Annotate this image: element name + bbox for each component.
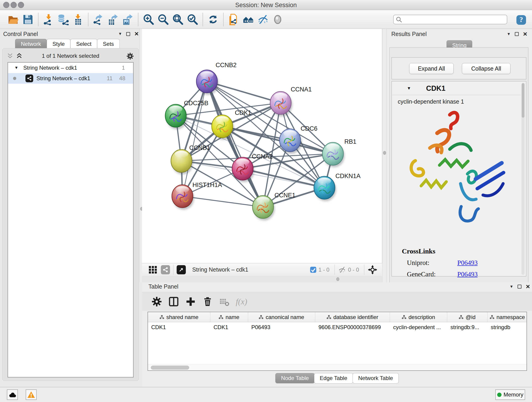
column-label: database identifier [333,314,378,320]
table-header-row: shared namenamecanonical namedatabase id… [148,312,526,322]
tab-sets[interactable]: Sets [97,39,120,49]
column-header-id[interactable]: @id [447,312,488,322]
open-folder-icon [7,14,19,25]
search-input[interactable] [393,15,507,24]
edge-count: 48 [119,75,125,82]
export-image-button[interactable] [121,13,134,26]
first-neighbors-button[interactable] [242,13,255,26]
tab-network-table[interactable]: Network Table [353,373,399,383]
panel-menu-icon[interactable]: ▼ [507,32,511,36]
table-cell[interactable]: stringdb [488,324,527,331]
network-collection-row[interactable]: ▼ String Network – cdk1 1 [8,63,133,73]
tab-style[interactable]: Style [47,39,70,49]
column-header-namespace[interactable]: namespace [488,312,527,322]
node-count: 11 [107,75,113,82]
gear-icon[interactable] [126,52,134,60]
show-all-button[interactable] [271,13,284,26]
horizontal-splitter[interactable] [142,276,382,282]
pan-crosshair-icon[interactable] [367,265,378,275]
open-in-window-icon[interactable] [177,265,186,274]
panel-close-icon[interactable]: ✕ [523,31,527,37]
expand-all-button[interactable]: Expand All [409,63,454,74]
gene-section-header[interactable]: ▼ CDK1 [392,82,520,95]
zoom-out-button[interactable] [157,13,170,26]
node-label: CCNA2 [252,153,273,160]
show-columns-button[interactable] [167,295,181,308]
node-hist1h1a[interactable]: HIST1H1A [172,182,222,210]
zoom-selected-button[interactable] [186,13,199,26]
column-label: name [225,314,239,320]
table-hscrollbar[interactable] [148,364,526,370]
column-header-database-identifier[interactable]: database identifier [315,312,390,322]
open-session-button[interactable] [7,13,20,26]
column-header-canonical-name[interactable]: canonical name [248,312,315,322]
edge-CCNB2-HIST1H1A[interactable] [182,81,207,196]
export-table-button[interactable] [107,13,120,26]
table-cell[interactable]: CDK1 [148,324,210,331]
panel-float-icon[interactable] [518,285,521,288]
add-column-button[interactable] [184,295,197,308]
panel-float-icon[interactable] [126,32,130,36]
table-row[interactable]: CDK1CDK1P064939606.ENSP00000378699cyclin… [148,322,526,332]
table-cell[interactable]: P06493 [248,324,315,331]
zoom-in-button[interactable] [142,13,155,26]
collapse-all-button[interactable]: Collapse All [462,63,510,74]
table-cell[interactable]: CDK1 [210,324,248,331]
section-expander-icon[interactable]: ▼ [407,86,411,91]
export-network-button[interactable] [92,13,105,26]
results-scrollbar[interactable] [521,83,525,275]
tab-node-table[interactable]: Node Table [275,373,315,383]
node-cdkn1a[interactable]: CDKN1A [314,172,361,201]
panel-float-icon[interactable] [515,32,519,36]
splitter-handle[interactable] [336,277,339,281]
warnings-button[interactable] [26,389,37,400]
panel-menu-icon[interactable]: ▼ [510,284,513,289]
zoom-fit-button[interactable] [171,13,184,26]
selected-nodes-checkbox[interactable] [310,266,317,273]
panel-close-icon[interactable]: ✕ [134,31,139,37]
hide-selected-button[interactable] [257,13,269,26]
panel-close-icon[interactable]: ✕ [526,283,530,290]
tab-network[interactable]: Network [15,39,47,49]
node-rb1[interactable]: RB1 [322,138,356,167]
right-panel-divider[interactable] [382,29,387,282]
node-ccne1[interactable]: CCNE1 [253,192,296,220]
network-row-selected[interactable]: String Network – cdk1 11 48 [8,73,133,84]
crosslink-value-link[interactable]: P06493 [457,259,478,267]
column-header-shared-name[interactable]: shared name [148,312,210,322]
cloud-status-button[interactable] [7,389,18,400]
network-canvas[interactable]: CCNB2CCNA1CDC25BCDK1CDC6RB1CCNB1CCNA2CDK… [142,29,382,263]
import-network-button[interactable] [42,13,55,26]
tab-select[interactable]: Select [70,39,97,49]
table-cell[interactable]: stringdb:9... [447,324,488,331]
node-ccna1[interactable]: CCNA1 [270,86,312,116]
import-table-button[interactable] [71,13,84,26]
divider-handle[interactable] [383,151,386,155]
column-header-description[interactable]: description [390,312,447,322]
import-network-from-database-button[interactable] [57,13,70,26]
node-label: CCNB1 [189,144,210,151]
table-cell[interactable]: 9606.ENSP00000378699 [315,324,390,331]
crosslink-value-link[interactable]: P06493 [457,270,478,278]
network-from-selection-button[interactable] [227,13,240,26]
save-session-button[interactable] [22,13,34,26]
help-button[interactable]: ? [516,15,526,25]
delete-column-button[interactable] [201,295,215,308]
apply-layout-button[interactable] [207,13,220,26]
hscroll-thumb[interactable] [151,366,189,370]
column-header-name[interactable]: name [210,312,248,322]
table-cell[interactable]: cyclin-dependent ... [390,324,447,331]
node-cdc6[interactable]: CDC6 [279,125,317,154]
memory-button[interactable]: Memory [495,389,525,400]
edge-HIST1H1A-CCNE1[interactable] [182,196,263,207]
tree-expander-icon[interactable]: ▼ [14,65,18,70]
string-app-icon[interactable] [161,265,170,274]
panel-menu-icon[interactable]: ▼ [118,32,122,36]
tab-edge-table[interactable]: Edge Table [314,373,353,383]
eye-gray-icon [272,14,283,25]
scrollbar-thumb[interactable] [522,83,525,118]
toolbar-search [393,15,507,24]
table-settings-button[interactable] [150,295,164,308]
node-ccnb2[interactable]: CCNB2 [196,62,237,95]
birdseye-view-icon[interactable] [148,265,158,274]
